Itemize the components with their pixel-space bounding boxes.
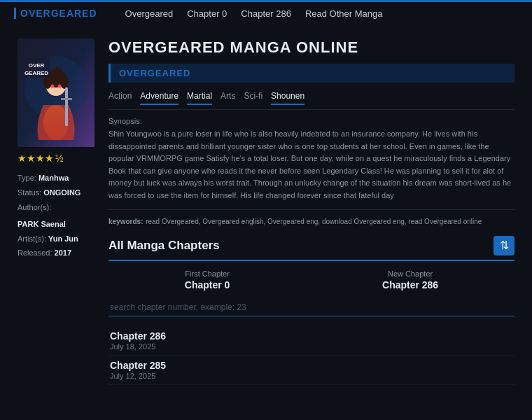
nav-link-chapter286[interactable]: Chapter 286 xyxy=(241,8,291,19)
tag-action[interactable]: Action xyxy=(108,91,132,105)
tag-adventure[interactable]: Adventure xyxy=(140,91,178,105)
synopsis-label: Synopsis: xyxy=(108,117,514,125)
meta-type: Type: Manhwa xyxy=(18,171,94,186)
meta-status: Status: ONGOING xyxy=(18,186,94,200)
new-chapter-nav[interactable]: New Chapter Chapter 286 xyxy=(382,270,438,290)
chapter-title: Chapter 286 xyxy=(110,330,513,342)
top-nav: OVERGEARED Overgeared Chapter 0 Chapter … xyxy=(0,0,532,24)
chapter-nav: First Chapter Chapter 0 New Chapter Chap… xyxy=(108,270,514,290)
svg-point-13 xyxy=(58,85,62,88)
svg-rect-11 xyxy=(61,98,72,100)
tag-arts[interactable]: Arts xyxy=(220,91,235,105)
list-item[interactable]: Chapter 285 July 12, 2025 xyxy=(108,356,514,385)
new-chapter-label: New Chapter xyxy=(382,270,438,278)
svg-point-12 xyxy=(51,85,55,88)
keywords-label: keywords: xyxy=(108,218,143,225)
chapter-list: Chapter 286 July 18, 2025 Chapter 285 Ju… xyxy=(108,326,514,385)
chapter-date: July 18, 2025 xyxy=(110,342,513,351)
svg-text:GEARED: GEARED xyxy=(24,70,48,76)
keywords-text: read Overgeared, Overgeared english, Ove… xyxy=(146,218,482,225)
manga-meta: Type: Manhwa Status: ONGOING Author(s): … xyxy=(18,171,94,260)
first-chapter-value: Chapter 0 xyxy=(185,279,230,290)
tag-martial[interactable]: Martial xyxy=(187,91,212,105)
meta-released: Released: 2017 xyxy=(18,246,94,260)
chapter-title: Chapter 285 xyxy=(110,360,513,371)
svg-point-6 xyxy=(60,75,69,89)
first-chapter-nav[interactable]: First Chapter Chapter 0 xyxy=(185,270,230,290)
keywords-section: keywords: read Overgeared, Overgeared en… xyxy=(108,209,514,226)
manga-cover[interactable]: OVER GEARED xyxy=(18,38,94,147)
svg-text:OVER: OVER xyxy=(29,62,45,69)
nav-link-chapter0[interactable]: Chapter 0 xyxy=(187,8,227,19)
nav-links: Overgeared Chapter 0 Chapter 286 Read Ot… xyxy=(125,8,383,19)
tag-scifi[interactable]: Sci-fi xyxy=(244,91,262,105)
right-panel: OVERGEARED MANGA ONLINE OVERGEARED Actio… xyxy=(108,38,514,385)
cover-svg: OVER GEARED xyxy=(18,38,94,147)
chapters-title: All Manga Chapters xyxy=(108,239,220,253)
site-logo[interactable]: OVERGEARED xyxy=(14,8,97,19)
meta-author: Author(s): PARK Saenal xyxy=(18,200,94,232)
first-chapter-label: First Chapter xyxy=(185,270,230,278)
nav-link-overgeared[interactable]: Overgeared xyxy=(125,8,174,19)
nav-link-other-manga[interactable]: Read Other Manga xyxy=(305,8,383,19)
chapters-sort-button[interactable]: ⇅ xyxy=(493,236,514,255)
svg-rect-10 xyxy=(65,88,68,126)
chapters-header: All Manga Chapters ⇅ xyxy=(108,236,514,261)
manga-tags: Action Adventure Martial Arts Sci-fi Sho… xyxy=(108,91,514,110)
tag-shounen[interactable]: Shounen xyxy=(271,91,304,105)
rating-stars: ★★★★½ xyxy=(18,153,94,164)
main-content: OVER GEARED ★★★★½ Type: Manhwa Status: O… xyxy=(0,24,532,399)
left-panel: OVER GEARED ★★★★½ Type: Manhwa Status: O… xyxy=(18,38,94,385)
manga-badge: OVERGEARED xyxy=(108,64,514,83)
search-chapter-input[interactable] xyxy=(108,299,514,316)
new-chapter-value: Chapter 286 xyxy=(382,279,438,290)
synopsis-text: Shin Youngwoo is a pure loser in life wh… xyxy=(108,128,514,202)
chapter-date: July 12, 2025 xyxy=(110,372,513,380)
list-item[interactable]: Chapter 286 July 18, 2025 xyxy=(108,326,514,356)
meta-artist: Artist(s): Yun Jun xyxy=(18,232,94,246)
manga-title: OVERGEARED MANGA ONLINE xyxy=(108,38,514,57)
